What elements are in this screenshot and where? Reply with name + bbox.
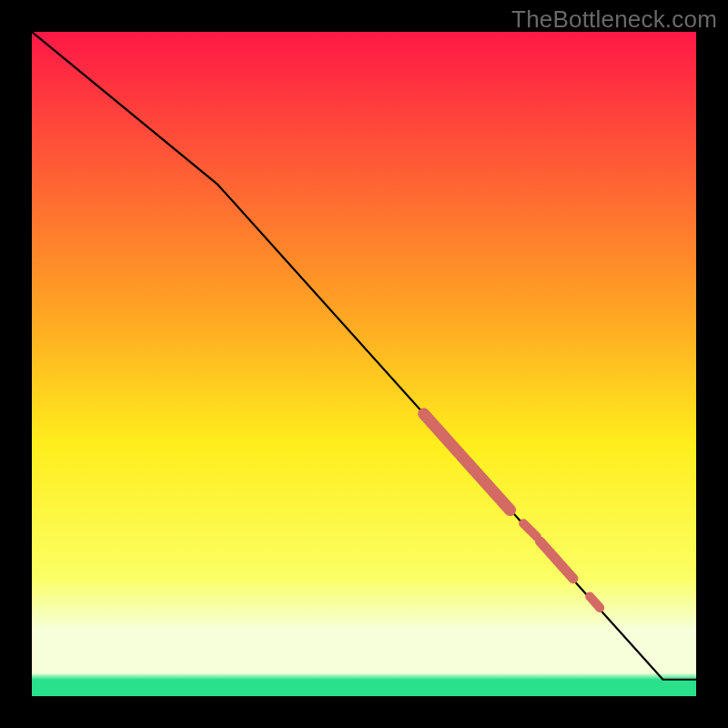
- main-curve: [32, 32, 696, 680]
- image-root: TheBottleneck.com: [0, 0, 728, 728]
- highlight-segment: [540, 541, 573, 579]
- chart-area: [32, 32, 696, 696]
- watermark-text: TheBottleneck.com: [511, 5, 717, 34]
- curve-layer: [32, 32, 696, 696]
- highlight-segment: [424, 414, 511, 511]
- highlight-segment: [590, 597, 600, 608]
- highlight-segment: [523, 523, 537, 537]
- highlight-blobs: [424, 414, 600, 608]
